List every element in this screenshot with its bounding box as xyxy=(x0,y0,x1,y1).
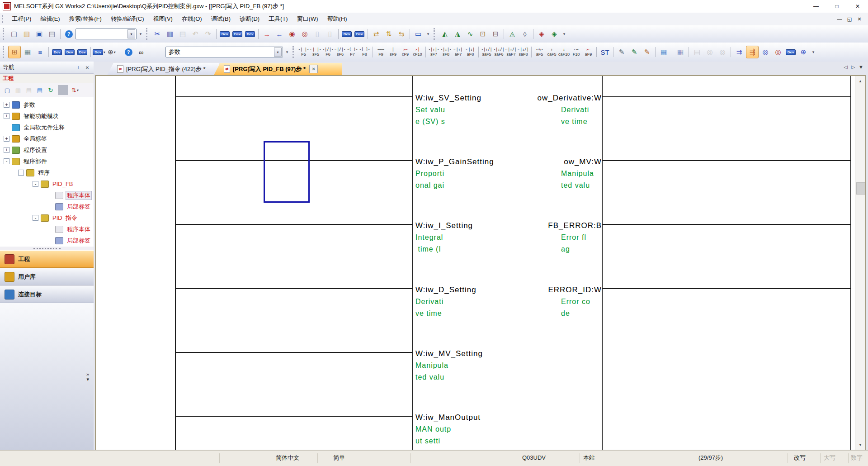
skip-setting-button[interactable]: ◬ Dev ▾ ▾ xyxy=(506,28,518,40)
ladder-symbol-button[interactable] xyxy=(425,47,426,57)
tree-item[interactable]: 局部标签 xyxy=(0,201,94,212)
selection-cursor[interactable] xyxy=(264,141,310,203)
remote-operation-button[interactable]: ▭ Dev ▾ ▾ xyxy=(412,28,424,40)
tree-item[interactable]: - 程序部件 xyxy=(0,156,94,167)
nav-connection-button[interactable]: 连接目标 xyxy=(0,285,94,303)
menu-item[interactable]: 编辑(E) xyxy=(36,13,64,25)
fb-output-pin[interactable]: FB_ERROR:B Error fl ag xyxy=(421,219,602,255)
print-button[interactable]: ▤ Dev ▾ ▾ xyxy=(46,28,58,40)
expand-toggle-icon[interactable]: + xyxy=(4,147,9,153)
toolbar-button[interactable]: Dev ▾ ▾ xyxy=(120,47,120,57)
ladder-symbol-button[interactable]: ⌐— F10 xyxy=(570,44,582,60)
read-from-plc-button[interactable]: Dev ▾ ▾ xyxy=(231,28,243,40)
menu-item[interactable]: 工具(T) xyxy=(264,13,292,25)
transfer-setup-button[interactable]: ⇄ Dev ▾ ▾ xyxy=(370,28,382,40)
output-window-button[interactable]: ≡ Dev ▾ ▾ xyxy=(34,46,46,58)
toolbar-button[interactable]: Dev ▾ ▾ xyxy=(672,47,672,57)
menu-item[interactable]: 搜索/替换(F) xyxy=(65,13,106,25)
break-setting-button[interactable]: ⊡ Dev ▾ ▾ xyxy=(477,28,489,40)
toolbar-button[interactable]: Dev ▾ ▾ xyxy=(48,47,49,57)
ladder-symbol-button[interactable]: ⌐|↓/| saF8 xyxy=(517,44,529,60)
tree-item[interactable]: 程序本体 xyxy=(0,223,94,235)
mdi-minimize-button[interactable]: — xyxy=(835,16,844,22)
ladder-symbol-button[interactable]: ⌐|↑| aF7 xyxy=(452,44,464,60)
ladder-symbol-button[interactable]: -( )- F7 xyxy=(346,44,359,60)
menu-item[interactable]: 调试(B) xyxy=(207,13,235,25)
monitor-stop-button[interactable]: ← Dev ▾ ▾ xyxy=(274,28,285,40)
dropdown-arrow-icon[interactable]: ▾ xyxy=(114,50,116,54)
menu-item[interactable]: 帮助(H) xyxy=(323,13,352,25)
ladder-symbol-button[interactable] xyxy=(373,47,373,57)
ladder-symbol-button[interactable]: ⌐|↓| aF8 xyxy=(464,44,476,60)
tree-item[interactable]: - 程序 xyxy=(0,167,94,178)
ladder-symbol-button[interactable]: ✕│ cF10 xyxy=(411,44,424,60)
tab-pid-fb[interactable]: ⇄ [PRG]写入 PID_FB (97)步 * ✕ xyxy=(214,63,342,75)
ladder-symbol-button[interactable]: ⌐|/|- sF6 xyxy=(334,44,346,60)
copy-button[interactable]: ▥ Dev ▾ ▾ xyxy=(164,28,176,40)
st-inline-button[interactable]: ST Dev ▾ ▾ xyxy=(599,46,611,58)
expand-toggle-icon[interactable]: + xyxy=(4,102,9,108)
ladder-symbol-button[interactable]: -|↑|- sF7 xyxy=(428,44,440,60)
stop-button[interactable]: ▯ Dev ▾ ▾ xyxy=(324,28,336,40)
monitor-mode-button[interactable]: ◉ Dev ▾ ▾ xyxy=(286,28,298,40)
pause-button[interactable]: ▯ Dev ▾ ▾ xyxy=(311,28,323,40)
inline-comment-button[interactable]: ▦ Dev ▾ ▾ xyxy=(658,46,670,58)
watch-start-button[interactable]: ◈ Dev ▾ ▾ xyxy=(536,28,547,40)
simulation-step-button[interactable]: ∿ Dev ▾ ▾ xyxy=(464,28,476,40)
toolbar-button[interactable]: Dev ▾ ▾ xyxy=(216,29,217,39)
ladder-symbol-button[interactable]: -|↓|- sF8 xyxy=(440,44,452,60)
help-button[interactable]: ? Dev ▾ ▾ xyxy=(63,28,75,40)
toolbar-button[interactable]: Dev ▾ ▾ xyxy=(292,46,296,58)
menu-item[interactable]: 转换/编译(C) xyxy=(106,13,149,25)
find-coil-button[interactable]: ◎ Dev ▾ ▾ xyxy=(772,46,784,58)
fb-input-pin[interactable]: W:iw_MV_Setting Manipula ted valu xyxy=(415,347,605,383)
device-register-monitor-button[interactable]: Dev ▾ ▾ xyxy=(354,28,365,40)
combo-arrow-icon[interactable]: ▾ xyxy=(127,29,135,38)
menu-item[interactable]: 在线(O) xyxy=(177,13,207,25)
expand-toggle-icon[interactable]: - xyxy=(18,170,24,176)
paste-data-button[interactable]: ▤ ▾ xyxy=(24,85,34,95)
find-replace-button[interactable]: ⊕ Dev ▾ ▾ xyxy=(106,46,118,58)
watch-stop-button[interactable]: ◈ Dev ▾ ▾ xyxy=(548,28,560,40)
tree-item[interactable]: + 智能功能模块 xyxy=(0,110,94,122)
tab-list-icon[interactable]: ▼ xyxy=(859,64,863,70)
toolbar-button[interactable]: ▾ Dev ▾ ▾ xyxy=(137,28,144,40)
ladder-symbol-button[interactable]: ↓ caF10 xyxy=(558,44,570,60)
toolbar-button[interactable]: Dev ▾ ▾ xyxy=(655,47,656,57)
toolbar-button[interactable]: Dev ▾ ▾ xyxy=(689,47,689,57)
skip-range-button[interactable]: ◊ Dev ▾ ▾ xyxy=(519,28,531,40)
splitter-handle[interactable] xyxy=(0,247,94,250)
device-display-button[interactable]: Dev ▾ ▾ xyxy=(93,46,105,58)
expand-toggle-icon[interactable]: - xyxy=(33,181,38,187)
toolbar-button[interactable]: Dev ▾ ▾ xyxy=(410,29,410,39)
toolbar-button[interactable]: Dev ▾ ▾ xyxy=(3,28,6,40)
ladder-symbol-button[interactable]: ⌐|↑/| saF7 xyxy=(505,44,517,60)
tab-close-icon[interactable]: ✕ xyxy=(309,65,318,73)
device-reference-button[interactable]: Dev ▾ ▾ xyxy=(76,46,88,58)
expand-toggle-icon[interactable]: + xyxy=(4,136,9,142)
close-button[interactable]: ✕ xyxy=(847,0,868,13)
fb-output-pin[interactable]: ow_Derivative:W Derivati ve time xyxy=(421,92,602,128)
tree-item[interactable]: + 程序设置 xyxy=(0,144,94,156)
panel-collapse-button[interactable]: » ▾ xyxy=(0,303,94,451)
ladder-symbol-button[interactable]: │ sF9 xyxy=(387,44,399,60)
zoom-button[interactable]: ⊕ Dev ▾ ▾ xyxy=(797,46,809,58)
data-property-button[interactable]: ▤ ▾ xyxy=(35,85,45,95)
dropdown-arrow-icon[interactable]: ▾ xyxy=(104,50,105,54)
ladder-symbol-button[interactable] xyxy=(478,47,479,57)
cut-button[interactable]: ✂ Dev ▾ ▾ xyxy=(151,28,163,40)
close-panel-icon[interactable]: ✕ xyxy=(84,64,91,71)
prev-find-button[interactable]: ◎ Dev ▾ ▾ xyxy=(704,46,716,58)
tab-scroll-right-icon[interactable]: ▷ xyxy=(851,64,855,70)
menu-item[interactable]: 视图(V) xyxy=(149,13,177,25)
toolbar-button[interactable]: Dev ▾ ▾ xyxy=(533,29,533,39)
toolbar-button[interactable]: Dev ▾ ▾ xyxy=(60,29,61,39)
expand-toggle-icon[interactable]: + xyxy=(4,113,9,119)
toolbar-button[interactable]: ▾ Dev ▾ ▾ xyxy=(561,28,567,40)
open-project-button[interactable]: ▥ Dev ▾ ▾ xyxy=(21,28,33,40)
write-to-plc-button[interactable]: Dev ▾ ▾ xyxy=(219,28,231,40)
nav-project-button[interactable]: 工程 xyxy=(0,250,94,268)
menu-item[interactable]: 窗口(W) xyxy=(292,13,323,25)
ladder-symbol-button[interactable]: -∿- aF5 xyxy=(533,44,546,60)
scroll-down-icon[interactable]: ▼ xyxy=(855,440,865,450)
